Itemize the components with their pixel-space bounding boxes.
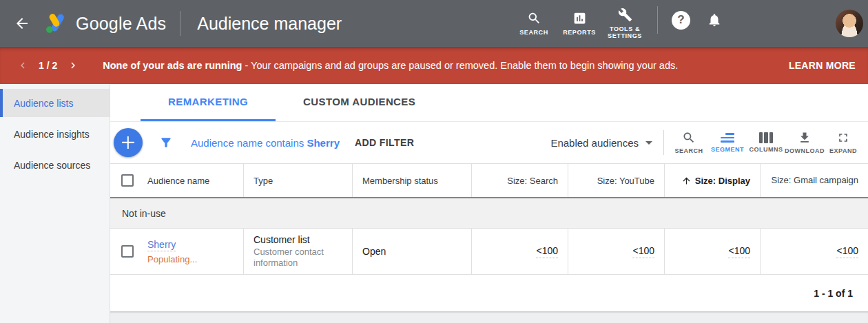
download-icon bbox=[798, 131, 812, 145]
group-row-not-in-use: Not in-use bbox=[110, 198, 868, 229]
sidebar-item-audience-insights[interactable]: Audience insights bbox=[0, 120, 110, 148]
sidebar: Audience lists Audience insights Audienc… bbox=[0, 84, 110, 323]
pagination-label: 1 - 1 of 1 bbox=[814, 288, 853, 299]
wrench-icon bbox=[618, 8, 632, 22]
google-ads-logo-icon[interactable] bbox=[44, 12, 69, 34]
type-detail: Customer contact information bbox=[254, 247, 342, 269]
size-gmail-value[interactable]: <100 bbox=[836, 245, 858, 258]
download-label: DOWNLOAD bbox=[785, 147, 825, 154]
select-all-checkbox[interactable] bbox=[121, 174, 134, 187]
banner-detail: - Your campaigns and ad groups are pause… bbox=[245, 60, 679, 71]
tab-label: REMARKETING bbox=[168, 96, 248, 107]
sidebar-item-audience-lists[interactable]: Audience lists bbox=[0, 89, 110, 117]
size-display-cell: <100 bbox=[665, 229, 761, 274]
column-header-type[interactable]: Type bbox=[244, 164, 353, 197]
columns-icon bbox=[759, 132, 773, 143]
filter-funnel-icon[interactable] bbox=[159, 136, 173, 149]
column-header-membership-status[interactable]: Membership status bbox=[353, 164, 472, 197]
sidebar-item-label: Audience sources bbox=[14, 160, 90, 171]
sidebar-item-label: Audience insights bbox=[14, 129, 90, 140]
table-search-button[interactable]: SEARCH bbox=[670, 131, 708, 154]
sort-ascending-icon bbox=[681, 176, 692, 186]
add-audience-button[interactable] bbox=[114, 128, 143, 157]
table-header: Audience name Type Membership status Siz… bbox=[110, 164, 868, 198]
chevron-left-icon bbox=[17, 59, 29, 72]
notifications-button[interactable] bbox=[707, 12, 722, 28]
topbar-divider bbox=[180, 11, 180, 36]
column-label: Audience name bbox=[147, 176, 209, 186]
bell-icon bbox=[707, 12, 722, 28]
name-stack: Sherry Populating... bbox=[147, 239, 197, 264]
content-background bbox=[110, 311, 868, 323]
columns-button[interactable]: COLUMNS bbox=[747, 132, 785, 153]
reports-nav-button[interactable]: REPORTS bbox=[557, 11, 602, 36]
column-header-size-gmail[interactable]: Size: Gmail campaign bbox=[761, 164, 868, 197]
alert-banner: 1 / 2 None of your ads are running - You… bbox=[0, 47, 868, 84]
sidebar-item-audience-sources[interactable]: Audience sources bbox=[0, 151, 110, 179]
topbar: Google Ads Audience manager SEARCH REPOR… bbox=[0, 0, 868, 47]
banner-next-button[interactable] bbox=[67, 59, 79, 72]
toolbar-actions: Enabled audiences SEARCH SEGMENT bbox=[550, 130, 862, 155]
tab-label: CUSTOM AUDIENCES bbox=[303, 96, 415, 107]
column-header-size-youtube[interactable]: Size: YouTube bbox=[568, 164, 665, 197]
toolbar: Audience name contains Sherry ADD FILTER… bbox=[110, 122, 868, 164]
column-header-size-search[interactable]: Size: Search bbox=[472, 164, 568, 197]
chevron-down-icon bbox=[645, 141, 652, 145]
banner-pager: 1 / 2 bbox=[39, 60, 57, 71]
size-search-value[interactable]: <100 bbox=[536, 245, 558, 258]
download-button[interactable]: DOWNLOAD bbox=[785, 131, 824, 154]
tab-custom-audiences[interactable]: CUSTOM AUDIENCES bbox=[276, 84, 443, 121]
column-header-size-display[interactable]: Size: Display bbox=[665, 164, 761, 197]
google-ads-audience-manager: Google Ads Audience manager SEARCH REPOR… bbox=[0, 0, 868, 323]
row-checkbox[interactable] bbox=[121, 245, 134, 258]
help-button[interactable]: ? bbox=[672, 11, 690, 30]
brand-name: Google Ads bbox=[76, 14, 166, 34]
size-youtube-value[interactable]: <100 bbox=[632, 245, 654, 258]
membership-status-cell: Open bbox=[353, 229, 472, 274]
topbar-divider-2 bbox=[657, 6, 658, 34]
table-search-label: SEARCH bbox=[674, 147, 703, 154]
audience-filter-dropdown[interactable]: Enabled audiences bbox=[550, 137, 652, 149]
search-nav-label: SEARCH bbox=[519, 29, 548, 36]
search-nav-button[interactable]: SEARCH bbox=[511, 11, 557, 36]
avatar[interactable] bbox=[836, 10, 863, 37]
sidebar-item-label: Audience lists bbox=[14, 98, 73, 109]
size-youtube-cell: <100 bbox=[568, 229, 665, 274]
reports-nav-label: REPORTS bbox=[563, 29, 596, 36]
column-header-audience-name[interactable]: Audience name bbox=[110, 164, 244, 197]
table-footer: 1 - 1 of 1 bbox=[110, 275, 868, 311]
expand-label: EXPAND bbox=[829, 147, 857, 154]
reports-icon bbox=[572, 11, 587, 25]
audience-name-link[interactable]: Sherry bbox=[147, 239, 176, 251]
column-label: Size: Gmail campaign bbox=[772, 175, 858, 186]
tab-bar: REMARKETING CUSTOM AUDIENCES bbox=[110, 84, 868, 122]
segment-button[interactable]: SEGMENT bbox=[708, 132, 747, 153]
column-label: Type bbox=[254, 176, 273, 186]
page-title: Audience manager bbox=[197, 14, 342, 34]
tab-remarketing[interactable]: REMARKETING bbox=[141, 84, 276, 121]
content: Audience lists Audience insights Audienc… bbox=[0, 84, 868, 323]
banner-prev-button[interactable] bbox=[17, 59, 29, 72]
size-search-cell: <100 bbox=[472, 229, 568, 274]
column-label: Size: Search bbox=[507, 176, 558, 186]
membership-status-value: Open bbox=[362, 246, 386, 257]
filter-value: Sherry bbox=[307, 137, 340, 149]
segment-icon bbox=[721, 132, 734, 143]
back-arrow-icon bbox=[14, 15, 30, 32]
tools-settings-nav-button[interactable]: TOOLS & SETTINGS bbox=[602, 8, 648, 39]
column-label: Membership status bbox=[362, 176, 438, 186]
learn-more-button[interactable]: LEARN MORE bbox=[789, 60, 857, 71]
banner-title: None of your ads are running bbox=[103, 60, 242, 71]
group-label: Not in-use bbox=[122, 208, 166, 219]
tools-settings-nav-label: TOOLS & SETTINGS bbox=[606, 25, 644, 39]
audience-filter-value: Enabled audiences bbox=[550, 137, 639, 149]
column-label: Size: Display bbox=[695, 176, 750, 186]
add-filter-button[interactable]: ADD FILTER bbox=[355, 137, 414, 148]
size-gmail-cell: <100 bbox=[761, 229, 868, 274]
back-button[interactable] bbox=[14, 14, 32, 32]
active-filter-chip[interactable]: Audience name contains Sherry bbox=[191, 137, 340, 149]
table-row: Sherry Populating... Customer list Custo… bbox=[110, 229, 868, 275]
size-display-value[interactable]: <100 bbox=[728, 245, 750, 258]
column-label: Size: YouTube bbox=[597, 176, 654, 186]
expand-button[interactable]: EXPAND bbox=[824, 131, 862, 154]
